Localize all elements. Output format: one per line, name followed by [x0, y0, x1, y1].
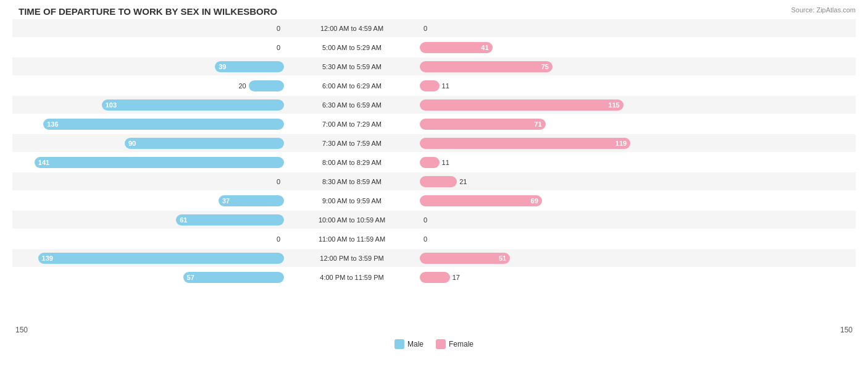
time-label: 5:00 AM to 5:29 AM [284, 44, 420, 51]
female-bar: 115 [420, 99, 624, 111]
male-bar: 139 [38, 253, 284, 264]
female-value: 11 [442, 82, 449, 90]
chart-title: TIME OF DEPARTURE TO WORK BY SEX IN WILK… [12, 6, 856, 17]
male-bar: 39 [215, 61, 284, 72]
time-label: 5:30 AM to 5:59 AM [284, 63, 420, 70]
male-zero-value: 0 [277, 44, 280, 51]
male-zero-value: 0 [277, 25, 280, 32]
male-bar: 37 [219, 195, 284, 206]
left-bar-area: 0 [12, 38, 284, 56]
legend: Male Female [12, 339, 856, 349]
chart-row: 907:30 AM to 7:59 AM119 [12, 134, 856, 152]
chart-row: 379:00 AM to 9:59 AM69 [12, 192, 856, 209]
chart-row: 574:00 PM to 11:59 PM17 [12, 268, 856, 286]
male-zero-value: 0 [277, 235, 280, 243]
male-bar: 103 [102, 99, 284, 111]
right-bar-area: 11 [420, 153, 691, 171]
axis-left: 150 [12, 326, 31, 334]
left-bar-area: 0 [12, 19, 284, 37]
legend-female-box [436, 339, 446, 349]
left-bar-area: 103 [12, 96, 284, 114]
right-bar-area: 41 [420, 38, 691, 56]
legend-female: Female [436, 339, 474, 349]
chart-row: 08:30 AM to 8:59 AM21 [12, 172, 856, 190]
chart-row: 012:00 AM to 4:59 AM0 [12, 19, 856, 37]
chart-row: 395:30 AM to 5:59 AM75 [12, 57, 856, 75]
chart-row: 011:00 AM to 11:59 AM0 [12, 230, 856, 248]
legend-male: Male [394, 339, 424, 349]
female-zero-value: 0 [424, 25, 427, 32]
male-bar: 20 [249, 80, 284, 91]
male-bar: 136 [43, 119, 284, 130]
left-bar-area: 37 [12, 192, 284, 209]
time-label: 7:00 AM to 7:29 AM [284, 120, 420, 128]
right-bar-area: 119 [420, 134, 691, 152]
time-label: 7:30 AM to 7:59 AM [284, 140, 420, 147]
chart-row: 1418:00 AM to 8:29 AM11 [12, 153, 856, 171]
female-zero-value: 0 [424, 235, 427, 243]
chart-area: 012:00 AM to 4:59 AM005:00 AM to 5:29 AM… [12, 19, 856, 322]
axis-labels: 150 150 [12, 323, 856, 337]
time-label: 10:00 AM to 10:59 AM [284, 216, 420, 224]
right-bar-area: 51 [420, 249, 691, 267]
male-bar: 57 [183, 272, 284, 283]
time-label: 9:00 AM to 9:59 AM [284, 197, 420, 205]
chart-row: 206:00 AM to 6:29 AM11 [12, 77, 856, 95]
female-bar: 75 [420, 61, 553, 72]
female-bar: 119 [420, 138, 630, 149]
chart-row: 13912:00 PM to 3:59 PM51 [12, 249, 856, 267]
male-value: 20 [238, 82, 246, 90]
chart-container: TIME OF DEPARTURE TO WORK BY SEX IN WILK… [0, 0, 868, 367]
male-zero-value: 0 [277, 178, 280, 185]
time-label: 8:00 AM to 8:29 AM [284, 159, 420, 166]
female-value: 21 [459, 178, 467, 185]
male-bar: 141 [35, 157, 284, 168]
time-label: 8:30 AM to 8:59 AM [284, 178, 420, 185]
left-bar-area: 61 [12, 211, 284, 229]
female-bar: 41 [420, 42, 493, 53]
chart-row: 05:00 AM to 5:29 AM41 [12, 38, 856, 56]
right-bar-area: 71 [420, 115, 691, 133]
right-bar-area: 75 [420, 57, 691, 75]
time-label: 12:00 AM to 4:59 AM [284, 25, 420, 32]
right-bar-area: 0 [420, 211, 691, 229]
legend-male-box [394, 339, 404, 349]
female-bar: 17 [420, 272, 450, 283]
right-bar-area: 0 [420, 230, 691, 248]
female-value: 11 [442, 159, 449, 166]
left-bar-area: 39 [12, 57, 284, 75]
left-bar-area: 139 [12, 249, 284, 267]
female-bar: 21 [420, 176, 457, 187]
female-value: 17 [453, 274, 460, 281]
source-text: Source: ZipAtlas.com [791, 6, 856, 14]
axis-right: 150 [837, 326, 856, 334]
left-bar-area: 57 [12, 268, 284, 286]
left-bar-area: 0 [12, 172, 284, 190]
female-bar: 69 [420, 195, 542, 206]
time-label: 6:00 AM to 6:29 AM [284, 82, 420, 90]
chart-row: 1036:30 AM to 6:59 AM115 [12, 96, 856, 114]
right-bar-area: 17 [420, 268, 691, 286]
female-bar: 71 [420, 119, 546, 130]
female-bar: 11 [420, 157, 440, 168]
right-bar-area: 21 [420, 172, 691, 190]
right-bar-area: 0 [420, 19, 691, 37]
legend-male-label: Male [407, 340, 424, 348]
left-bar-area: 0 [12, 230, 284, 248]
time-label: 11:00 AM to 11:59 AM [284, 235, 420, 243]
left-bar-area: 90 [12, 134, 284, 152]
left-bar-area: 141 [12, 153, 284, 171]
male-bar: 61 [176, 214, 284, 226]
chart-row: 1367:00 AM to 7:29 AM71 [12, 115, 856, 133]
time-label: 12:00 PM to 3:59 PM [284, 255, 420, 262]
female-zero-value: 0 [424, 216, 427, 224]
female-bar: 51 [420, 253, 510, 264]
legend-female-label: Female [449, 340, 474, 348]
male-bar: 90 [125, 138, 284, 149]
chart-row: 6110:00 AM to 10:59 AM0 [12, 211, 856, 229]
time-label: 6:30 AM to 6:59 AM [284, 101, 420, 109]
right-bar-area: 11 [420, 77, 691, 95]
time-label: 4:00 PM to 11:59 PM [284, 274, 420, 281]
female-bar: 11 [420, 80, 440, 91]
right-bar-area: 115 [420, 96, 691, 114]
